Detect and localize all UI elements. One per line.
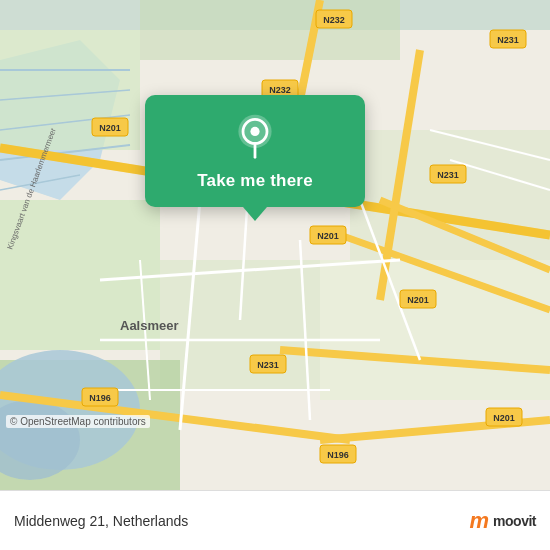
svg-text:N201: N201 — [493, 413, 515, 423]
moovit-m-letter: m — [470, 508, 490, 534]
svg-text:N231: N231 — [257, 360, 279, 370]
svg-text:N196: N196 — [89, 393, 111, 403]
svg-point-62 — [250, 127, 259, 136]
svg-text:Aalsmeer: Aalsmeer — [120, 318, 179, 333]
svg-text:N201: N201 — [99, 123, 121, 133]
address-label: Middenweg 21, Netherlands — [14, 513, 188, 529]
svg-rect-8 — [350, 130, 550, 260]
svg-text:N231: N231 — [437, 170, 459, 180]
svg-text:N231: N231 — [497, 35, 519, 45]
take-me-there-card[interactable]: Take me there — [145, 95, 365, 207]
location-pin-icon — [231, 113, 279, 161]
bottom-bar: Middenweg 21, Netherlands m moovit — [0, 490, 550, 550]
svg-rect-4 — [140, 0, 400, 60]
svg-text:N196: N196 — [327, 450, 349, 460]
svg-text:N201: N201 — [407, 295, 429, 305]
svg-text:N201: N201 — [317, 231, 339, 241]
card-label: Take me there — [197, 171, 313, 191]
svg-text:N232: N232 — [323, 15, 345, 25]
osm-credit: © OpenStreetMap contributors — [6, 415, 150, 428]
svg-text:N232: N232 — [269, 85, 291, 95]
moovit-wordmark: moovit — [493, 513, 536, 529]
svg-rect-7 — [320, 260, 550, 400]
map-view: N232 N201 N232 N231 N231 N201 N231 N201 … — [0, 0, 550, 490]
moovit-logo: m moovit — [470, 508, 536, 534]
